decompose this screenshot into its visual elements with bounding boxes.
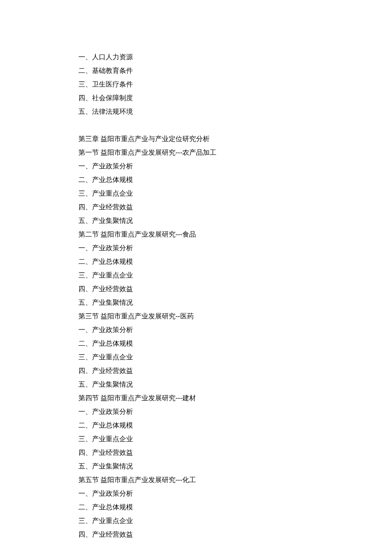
spacer [78, 119, 392, 132]
toc-item: 四、产业经营效益 [78, 282, 392, 296]
toc-item: 二、产业总体规模 [78, 419, 392, 432]
section-title: 第三节 益阳市重点产业发展研究--医药 [78, 309, 392, 323]
toc-item: 二、基础教育条件 [78, 64, 392, 78]
toc-item: 一、人口人力资源 [78, 50, 392, 64]
toc-item: 五、产业集聚情况 [78, 214, 392, 228]
toc-item: 二、产业总体规模 [78, 337, 392, 350]
toc-item: 五、法律法规环境 [78, 105, 392, 119]
toc-item: 五、产业集聚情况 [78, 296, 392, 309]
toc-item: 三、产业重点企业 [78, 187, 392, 200]
toc-item: 一、产业政策分析 [78, 405, 392, 419]
toc-item: 五、产业集聚情况 [78, 378, 392, 391]
toc-item: 四、社会保障制度 [78, 91, 392, 105]
toc-item: 三、产业重点企业 [78, 350, 392, 364]
toc-item: 一、产业政策分析 [78, 487, 392, 500]
toc-item: 二、产业总体规模 [78, 255, 392, 269]
toc-item: 一、产业政策分析 [78, 323, 392, 337]
toc-item: 三、卫生医疗条件 [78, 78, 392, 91]
toc-item: 四、产业经营效益 [78, 364, 392, 378]
chapter-title: 第三章 益阳市重点产业与产业定位研究分析 [78, 132, 392, 146]
section-title: 第五节 益阳市重点产业发展研究---化工 [78, 473, 392, 487]
toc-item: 四、产业经营效益 [78, 446, 392, 460]
toc-item: 一、产业政策分析 [78, 241, 392, 255]
section-title: 第二节 益阳市重点产业发展研究---食品 [78, 228, 392, 241]
toc-item: 一、产业政策分析 [78, 159, 392, 173]
toc-item: 四、产业经营效益 [78, 528, 392, 541]
section-title: 第一节 益阳市重点产业发展研究---农产品加工 [78, 146, 392, 159]
toc-item: 三、产业重点企业 [78, 269, 392, 282]
toc-item: 二、产业总体规模 [78, 500, 392, 514]
toc-item: 二、产业总体规模 [78, 173, 392, 187]
toc-item: 五、产业集聚情况 [78, 460, 392, 473]
toc-item: 三、产业重点企业 [78, 514, 392, 528]
toc-item: 三、产业重点企业 [78, 432, 392, 446]
section-title: 第四节 益阳市重点产业发展研究---建材 [78, 391, 392, 405]
toc-item: 四、产业经营效益 [78, 200, 392, 214]
